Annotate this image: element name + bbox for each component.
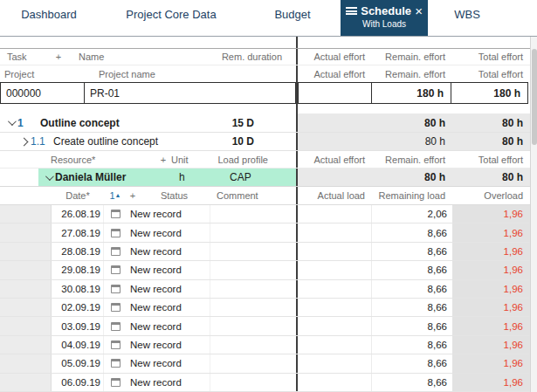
status-cell[interactable]: New record (127, 280, 210, 298)
project-id-cell[interactable]: 000000 (0, 82, 85, 104)
date-cell[interactable]: 05.09.19 (52, 354, 104, 372)
remaining-load-cell[interactable]: 8,66 (372, 224, 452, 241)
status-cell[interactable]: New record (127, 374, 210, 391)
project-row[interactable]: 000000 PR-01 180 h 180 h (0, 82, 530, 104)
add-load-button[interactable]: + (127, 190, 139, 201)
sort-indicator[interactable]: 1▲ (104, 190, 127, 201)
scrollbar-thumb[interactable] (532, 49, 537, 145)
remaining-load-cell[interactable]: 8,66 (372, 336, 452, 354)
actual-load-cell[interactable] (298, 299, 372, 316)
add-task-button[interactable]: + (45, 52, 72, 62)
task-rem-duration[interactable]: 15 D (213, 117, 296, 129)
actual-load-cell[interactable] (298, 336, 372, 354)
add-resource-button[interactable]: + (155, 155, 171, 165)
collapse-chevron-icon[interactable] (4, 120, 17, 126)
load-row[interactable]: 27.08.19 New record 8,66 1,96 (0, 224, 530, 242)
resource-row[interactable]: Daniela Müller h CAP 80 h 80 h (0, 168, 530, 187)
actual-load-cell[interactable] (298, 224, 372, 241)
resource-unit[interactable]: h (172, 171, 212, 183)
comment-cell[interactable] (210, 336, 296, 354)
load-row[interactable]: 05.09.19 New record 8,66 1,96 (0, 354, 530, 373)
actual-load-cell[interactable] (298, 374, 372, 391)
task-name[interactable]: Outline concept (40, 117, 213, 129)
actual-load-cell[interactable] (298, 243, 372, 260)
date-cell[interactable]: 28.08.19 (52, 243, 104, 260)
resource-row-highlight[interactable]: Daniela Müller h CAP (38, 168, 296, 186)
menu-icon[interactable] (346, 7, 357, 15)
remaining-load-cell[interactable]: 8,66 (372, 317, 452, 334)
project-total-effort-cell[interactable]: 180 h (451, 82, 528, 104)
date-cell[interactable]: 27.08.19 (52, 224, 104, 241)
load-row[interactable]: 06.09.19 New record 8,66 1,96 (0, 374, 530, 392)
comment-cell[interactable] (210, 224, 296, 241)
vertical-scrollbar[interactable] (530, 37, 537, 392)
date-picker-button[interactable] (104, 280, 127, 298)
load-row[interactable]: 03.09.19 New record 8,66 1,96 (0, 317, 530, 335)
expand-chevron-icon[interactable] (17, 139, 31, 145)
task-number[interactable]: 1.1 (31, 135, 53, 148)
comment-cell[interactable] (210, 205, 296, 223)
date-cell[interactable]: 04.09.19 (52, 336, 104, 354)
project-remain-effort-cell[interactable]: 180 h (371, 82, 451, 104)
tab-budget[interactable]: Budget (244, 0, 341, 36)
date-picker-button[interactable] (104, 224, 127, 241)
project-name-cell[interactable]: PR-01 (84, 82, 296, 104)
status-cell[interactable]: New record (127, 317, 210, 334)
date-cell[interactable]: 06.09.19 (52, 374, 104, 391)
status-cell[interactable]: New record (127, 261, 210, 279)
actual-load-cell[interactable] (298, 317, 372, 334)
status-cell[interactable]: New record (127, 224, 210, 241)
date-cell[interactable]: 29.08.19 (52, 261, 104, 279)
comment-cell[interactable] (210, 261, 296, 279)
load-row[interactable]: 04.09.19 New record 8,66 1,96 (0, 336, 530, 354)
comment-cell[interactable] (210, 317, 296, 334)
comment-cell[interactable] (210, 280, 296, 298)
remaining-load-cell[interactable]: 2,06 (372, 205, 452, 223)
collapse-chevron-icon[interactable] (42, 175, 55, 181)
date-picker-button[interactable] (104, 243, 127, 260)
remaining-load-cell[interactable]: 8,66 (372, 299, 452, 316)
resource-load-profile[interactable]: CAP (212, 171, 296, 183)
load-row[interactable]: 02.09.19 New record 8,66 1,96 (0, 299, 530, 317)
tab-dashboard[interactable]: Dashboard (0, 0, 98, 36)
task-name[interactable]: Create outline concept (53, 135, 213, 148)
remaining-load-cell[interactable]: 8,66 (372, 354, 452, 372)
tab-wbs[interactable]: WBS (428, 0, 506, 36)
tab-schedule[interactable]: Schedule × With Loads (341, 0, 428, 36)
status-cell[interactable]: New record (127, 299, 210, 316)
task-row-1-1[interactable]: 1.1 Create outline concept 10 D 80 h 80 … (0, 133, 530, 151)
comment-cell[interactable] (210, 243, 296, 260)
date-cell[interactable]: 02.09.19 (52, 299, 104, 316)
comment-cell[interactable] (210, 299, 296, 316)
status-cell[interactable]: New record (127, 243, 210, 260)
resource-name[interactable]: Daniela Müller (55, 171, 172, 183)
task-number[interactable]: 1 (17, 117, 40, 129)
status-cell[interactable]: New record (127, 354, 210, 372)
remaining-load-cell[interactable]: 8,66 (372, 243, 452, 260)
date-picker-button[interactable] (104, 261, 127, 279)
load-row[interactable]: 26.08.19 New record 2,06 1,96 (0, 205, 530, 224)
date-cell[interactable]: 26.08.19 (52, 205, 104, 223)
date-cell[interactable]: 03.09.19 (52, 317, 104, 334)
date-picker-button[interactable] (104, 374, 127, 391)
date-picker-button[interactable] (104, 336, 127, 354)
tab-project-core-data[interactable]: Project Core Data (98, 0, 244, 36)
close-icon[interactable]: × (415, 5, 423, 17)
date-picker-button[interactable] (104, 317, 127, 334)
comment-cell[interactable] (210, 354, 296, 372)
date-picker-button[interactable] (104, 205, 127, 223)
date-picker-button[interactable] (104, 299, 127, 316)
remaining-load-cell[interactable]: 8,66 (372, 374, 452, 391)
date-picker-button[interactable] (104, 354, 127, 372)
remaining-load-cell[interactable]: 8,66 (372, 280, 452, 298)
task-row-1[interactable]: 1 Outline concept 15 D 80 h 80 h (0, 113, 530, 133)
load-row[interactable]: 28.08.19 New record 8,66 1,96 (0, 243, 530, 261)
project-actual-effort-cell[interactable] (298, 82, 372, 104)
load-row[interactable]: 29.08.19 New record 8,66 1,96 (0, 261, 530, 279)
remaining-load-cell[interactable]: 8,66 (372, 261, 452, 279)
actual-load-cell[interactable] (298, 280, 372, 298)
status-cell[interactable]: New record (127, 336, 210, 354)
actual-load-cell[interactable] (298, 261, 372, 279)
date-cell[interactable]: 30.08.19 (52, 280, 104, 298)
actual-load-cell[interactable] (298, 205, 372, 223)
